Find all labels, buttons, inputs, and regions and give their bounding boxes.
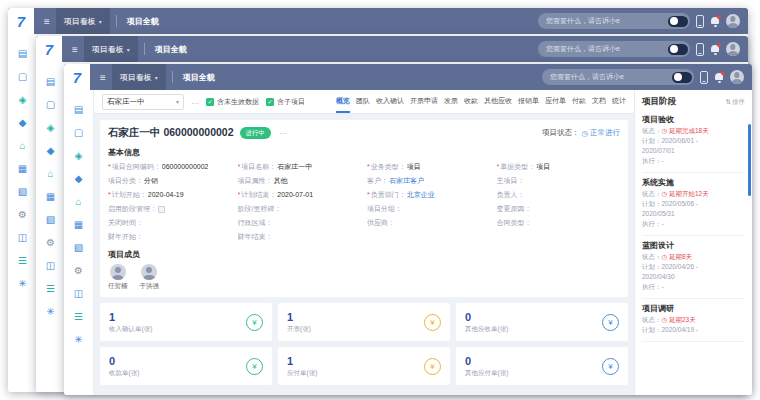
board-switcher[interactable]: 项目看板 ▾	[112, 64, 166, 90]
currency-icon: ¥	[602, 358, 619, 375]
menu-icon[interactable]: ≡	[100, 72, 106, 83]
checkbox-include-inactive[interactable]: ✓ 含未生效数据	[206, 97, 259, 107]
shield-icon[interactable]: ◆	[8, 111, 37, 134]
avatar[interactable]	[730, 70, 744, 84]
assistant-toggle[interactable]	[672, 72, 692, 83]
grid-icon[interactable]: ▦	[64, 213, 93, 236]
bell-icon[interactable]	[714, 72, 724, 83]
home-icon[interactable]: ⌂	[36, 162, 65, 185]
search-input[interactable]: 您需要什么，请告诉小e	[538, 13, 690, 29]
grid-icon[interactable]: ▦	[8, 157, 37, 180]
list-icon[interactable]: ☰	[8, 249, 37, 272]
tab-documents[interactable]: 文档	[592, 90, 606, 113]
stat-card-payable[interactable]: 1 应付单(张) ¥	[278, 347, 450, 385]
tab-other-receivable[interactable]: 其他应收	[484, 90, 512, 113]
tab-project-overview[interactable]: 项目全貌	[123, 16, 163, 27]
home-icon[interactable]: ⌂	[64, 190, 93, 213]
stage-mgmt-checkbox[interactable]	[158, 206, 165, 213]
gear-icon[interactable]: ⚙	[8, 203, 37, 226]
asterisk-icon[interactable]: ✳	[64, 328, 93, 351]
gem-icon[interactable]: ◈	[64, 144, 93, 167]
chart-icon[interactable]: ◫	[36, 254, 65, 277]
avatar[interactable]	[726, 14, 740, 28]
mobile-icon[interactable]	[700, 71, 708, 84]
gear-icon[interactable]: ⚙	[64, 259, 93, 282]
stat-card-receipt[interactable]: 0 收款单(张) ¥	[100, 347, 272, 385]
tab-revenue-confirm[interactable]: 收入确认	[376, 90, 404, 113]
stat-label: 其他应收单(张)	[465, 325, 508, 334]
stat-card-other-payable[interactable]: 0 其他应付单(张) ¥	[456, 347, 628, 385]
folder-icon[interactable]: ▤	[64, 98, 93, 121]
tab-receipt[interactable]: 收款	[464, 90, 478, 113]
shield-icon[interactable]: ◆	[64, 167, 93, 190]
stage-item[interactable]: 项目调研 状态：◷ 延期23天 计划：2020/04/19 -	[642, 299, 745, 342]
monitor-icon[interactable]: ▢	[64, 121, 93, 144]
field-label: 项目分类：	[108, 176, 143, 186]
more-button[interactable]: ···	[279, 129, 287, 138]
document-icon[interactable]: ▧	[8, 180, 37, 203]
member[interactable]: 于洪强	[140, 264, 160, 291]
folder-icon[interactable]: ▤	[8, 42, 37, 65]
app-logo[interactable]: 7	[36, 36, 62, 62]
gear-icon[interactable]: ⚙	[36, 231, 65, 254]
home-icon[interactable]: ⌂	[8, 134, 37, 157]
members-heading: 项目成员	[108, 249, 620, 260]
grid-icon[interactable]: ▦	[36, 185, 65, 208]
department-link[interactable]: 北京企业	[407, 190, 435, 200]
asterisk-icon[interactable]: ✳	[36, 300, 65, 323]
assistant-toggle[interactable]	[668, 16, 688, 27]
folder-icon[interactable]: ▤	[36, 70, 65, 93]
customer-link[interactable]: 石家庄客户	[389, 176, 424, 186]
checkbox-include-subprojects[interactable]: ✓ 含子项目	[266, 97, 305, 107]
document-icon[interactable]: ▧	[64, 236, 93, 259]
tab-invoice-apply[interactable]: 开票申请	[410, 90, 438, 113]
search-input[interactable]: 您需要什么，请告诉小e	[538, 41, 690, 57]
tab-payable[interactable]: 应付单	[545, 90, 566, 113]
search-input[interactable]: 您需要什么，请告诉小e	[542, 69, 694, 85]
mobile-icon[interactable]	[696, 43, 704, 56]
stat-card-invoicing[interactable]: 1 开票(张) ¥	[278, 303, 450, 341]
tab-project-overview[interactable]: 项目全貌	[151, 44, 191, 55]
list-icon[interactable]: ☰	[64, 305, 93, 328]
asterisk-icon[interactable]: ✳	[8, 272, 37, 295]
filter-more-button[interactable]: …	[191, 97, 199, 106]
chart-icon[interactable]: ◫	[64, 282, 93, 305]
board-switcher[interactable]: 项目看板 ▾	[84, 36, 138, 62]
mobile-icon[interactable]	[696, 15, 704, 28]
board-switcher[interactable]: 项目看板 ▾	[56, 8, 110, 34]
stat-card-revenue-confirm[interactable]: 1 收入确认单(张) ¥	[100, 303, 272, 341]
monitor-icon[interactable]: ▢	[36, 93, 65, 116]
gem-icon[interactable]: ◈	[8, 88, 37, 111]
document-icon[interactable]: ▧	[36, 208, 65, 231]
tab-statistics[interactable]: 统计	[612, 90, 626, 113]
list-icon[interactable]: ☰	[36, 277, 65, 300]
stage-item[interactable]: 项目验收 状态：◷ 延期完成18天 计划：2020/06/01 - 2020/0…	[642, 110, 745, 173]
avatar[interactable]	[726, 42, 740, 56]
tab-team[interactable]: 团队	[356, 90, 370, 113]
project-select[interactable]: 石家庄一中 ▾	[102, 94, 184, 110]
app-logo[interactable]: 7	[8, 8, 34, 34]
tab-project-overview[interactable]: 项目全貌	[179, 72, 219, 83]
bell-icon[interactable]	[710, 16, 720, 27]
tab-expense[interactable]: 报销单	[518, 90, 539, 113]
tab-overview[interactable]: 概览	[336, 90, 350, 113]
gem-icon[interactable]: ◈	[36, 116, 65, 139]
menu-icon[interactable]: ≡	[72, 44, 78, 55]
stage-item[interactable]: 系统实施 状态：◷ 延期开始12天 计划：2020/05/06 - 2020/0…	[642, 173, 745, 236]
tab-invoice[interactable]: 发票	[444, 90, 458, 113]
menu-icon[interactable]: ≡	[44, 16, 50, 27]
sort-button[interactable]: ⇅ 排序	[726, 98, 745, 107]
shield-icon[interactable]: ◆	[36, 139, 65, 162]
member[interactable]: 任贺楠	[108, 264, 128, 291]
field-label: 主项目：	[497, 176, 525, 186]
monitor-icon[interactable]: ▢	[8, 65, 37, 88]
field-value: 分销	[144, 176, 158, 186]
bell-icon[interactable]	[710, 44, 720, 55]
scrollbar-thumb[interactable]	[748, 124, 751, 196]
assistant-toggle[interactable]	[668, 44, 688, 55]
stat-card-other-receivable[interactable]: 0 其他应收单(张) ¥	[456, 303, 628, 341]
chart-icon[interactable]: ◫	[8, 226, 37, 249]
stage-item[interactable]: 蓝图设计 状态：◷ 延期8天 计划：2020/04/26 - 2020/04/3…	[642, 236, 745, 299]
app-logo[interactable]: 7	[64, 64, 90, 90]
tab-payment[interactable]: 付款	[572, 90, 586, 113]
